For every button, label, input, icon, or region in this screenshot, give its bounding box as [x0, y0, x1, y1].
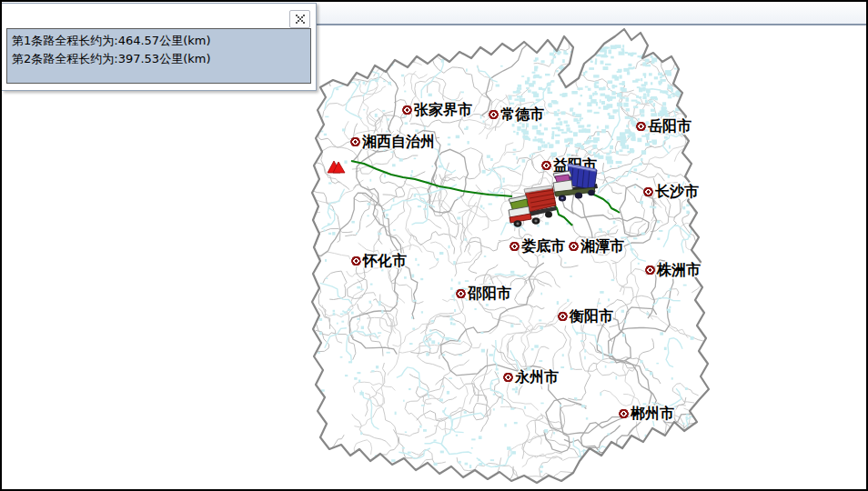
city-marker-icon [503, 373, 513, 383]
city-marker-icon [350, 137, 360, 147]
city-常德市: 常德市 [489, 105, 544, 125]
city-marker-icon [569, 242, 579, 252]
blue-cargo-truck[interactable] [551, 164, 604, 207]
dotted-close-icon [296, 15, 305, 24]
city-marker-icon [619, 409, 629, 419]
city-label: 湘西自治州 [362, 133, 435, 152]
city-永州市: 永州市 [503, 368, 559, 387]
city-marker-icon [541, 161, 551, 171]
city-湘潭市: 湘潭市 [569, 237, 624, 256]
city-株洲市: 株洲市 [645, 261, 701, 280]
city-marker-icon [643, 187, 653, 197]
city-marker-icon [510, 242, 520, 252]
city-label: 娄底市 [521, 237, 565, 256]
city-郴州市: 郴州市 [619, 405, 674, 424]
map-window-frame: 地图窗口 湘西自治州张家界市常德市岳阳市益阳市长沙市娄底市湘潭市株洲市怀化市邵阳… [0, 0, 868, 491]
map-svg [2, 25, 866, 489]
city-marker-icon [402, 105, 412, 115]
city-label: 湘潭市 [580, 237, 624, 256]
city-娄底市: 娄底市 [510, 237, 565, 256]
route-info-panel: 第1条路全程长约为:464.57公里(km) 第2条路全程长约为:397.53公… [2, 3, 317, 91]
panel-close-button[interactable] [289, 10, 310, 28]
city-张家界市: 张家界市 [402, 101, 472, 120]
city-衡阳市: 衡阳市 [558, 307, 613, 326]
city-label: 衡阳市 [570, 307, 613, 326]
city-label: 株洲市 [657, 261, 701, 280]
route-2-length-text: 第2条路全程长约为:397.53公里(km) [12, 50, 306, 68]
route-length-infobox: 第1条路全程长约为:464.57公里(km) 第2条路全程长约为:397.53公… [6, 28, 311, 84]
city-label: 郴州市 [631, 405, 674, 424]
city-长沙市: 长沙市 [643, 183, 699, 202]
city-marker-icon [636, 122, 646, 132]
city-怀化市: 怀化市 [351, 252, 407, 271]
city-marker-icon [558, 312, 568, 322]
city-岳阳市: 岳阳市 [636, 117, 691, 136]
city-label: 张家界市 [414, 101, 472, 120]
city-label: 长沙市 [655, 183, 699, 202]
city-marker-icon [645, 266, 655, 276]
city-marker-icon [489, 110, 499, 120]
city-label: 怀化市 [363, 252, 407, 271]
city-label: 邵阳市 [468, 285, 511, 304]
city-label: 常德市 [500, 105, 544, 125]
route-1-length-text: 第1条路全程长约为:464.57公里(km) [12, 32, 306, 50]
city-marker-icon [351, 256, 361, 266]
city-marker-icon [456, 289, 466, 299]
map-canvas[interactable]: 湘西自治州张家界市常德市岳阳市益阳市长沙市娄底市湘潭市株洲市怀化市邵阳市衡阳市永… [2, 25, 866, 489]
city-邵阳市: 邵阳市 [456, 285, 511, 304]
city-label: 岳阳市 [648, 117, 691, 136]
city-label: 永州市 [515, 368, 559, 387]
city-湘西自治州: 湘西自治州 [350, 133, 435, 152]
